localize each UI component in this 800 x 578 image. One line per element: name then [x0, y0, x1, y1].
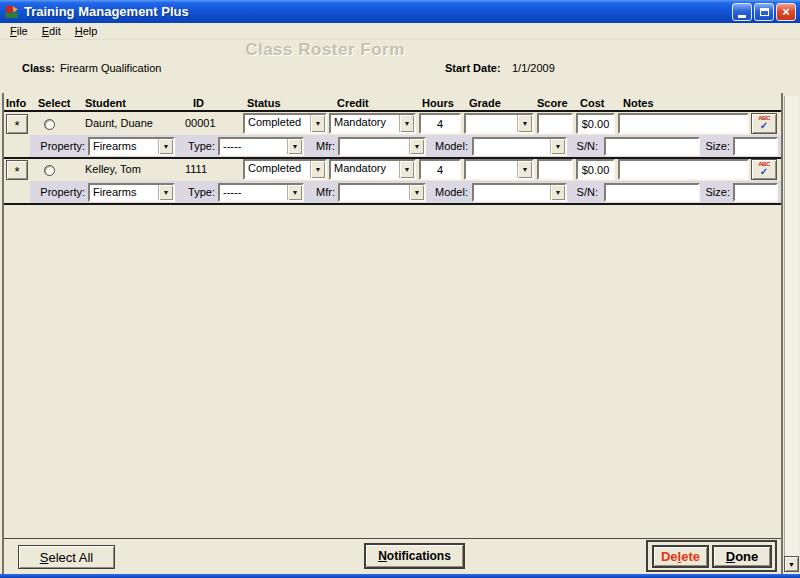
close-icon: ×: [782, 4, 790, 19]
model-combobox[interactable]: ▼: [472, 137, 567, 156]
dropdown-arrow-icon[interactable]: ▼: [158, 139, 173, 154]
dropdown-arrow-icon[interactable]: ▼: [517, 161, 532, 178]
status-combobox[interactable]: Completed ▼: [243, 159, 327, 180]
model-value: [474, 139, 550, 154]
score-input[interactable]: [537, 159, 573, 180]
minimize-icon: [738, 15, 746, 18]
property-combobox[interactable]: Firearms ▼: [88, 137, 175, 156]
select-all-button[interactable]: Select All: [18, 545, 115, 569]
cost-input[interactable]: [576, 159, 615, 180]
dropdown-arrow-icon[interactable]: ▼: [158, 185, 173, 200]
window-bottom-border: [0, 574, 800, 578]
menu-item-edit[interactable]: Edit: [35, 24, 68, 38]
window-title: Training Management Plus: [24, 4, 730, 19]
cost-input[interactable]: [576, 113, 615, 134]
size-input[interactable]: [733, 183, 778, 202]
status-value: Completed: [245, 115, 310, 132]
mfr-combobox[interactable]: ▼: [338, 183, 426, 202]
class-value: Firearm Qualification: [60, 62, 161, 74]
mfr-label: Mfr:: [303, 140, 335, 152]
credit-combobox[interactable]: Mandatory ▼: [329, 159, 416, 180]
dropdown-arrow-icon[interactable]: ▼: [517, 115, 532, 132]
model-label: Model:: [428, 140, 468, 152]
panel-left-border: [2, 93, 4, 574]
scrollbar-track[interactable]: [784, 96, 799, 556]
delete-button[interactable]: Delete: [652, 545, 709, 568]
dropdown-arrow-icon[interactable]: ▼: [310, 115, 325, 132]
hours-input[interactable]: [419, 159, 461, 180]
menu-item-help[interactable]: Help: [68, 24, 105, 38]
dropdown-arrow-icon[interactable]: ▼: [550, 185, 565, 200]
notes-input[interactable]: [618, 159, 749, 180]
property-label: Property:: [28, 140, 85, 152]
column-header-score: Score: [537, 97, 568, 109]
sn-label: S/N:: [572, 186, 598, 198]
close-button[interactable]: ×: [776, 3, 796, 21]
start-date-value: 1/1/2009: [512, 62, 555, 74]
grade-combobox[interactable]: ▼: [464, 113, 534, 134]
mfr-label: Mfr:: [303, 186, 335, 198]
property-combobox[interactable]: Firearms ▼: [88, 183, 175, 202]
info-button[interactable]: *: [6, 114, 28, 134]
dropdown-arrow-icon[interactable]: ▼: [409, 185, 424, 200]
grade-combobox[interactable]: ▼: [464, 159, 534, 180]
mfr-combobox[interactable]: ▼: [338, 137, 426, 156]
property-label: Property:: [28, 186, 85, 198]
type-label: Type:: [183, 186, 215, 198]
menu-bar: File Edit Help: [0, 23, 800, 40]
row-separator: [4, 203, 781, 205]
title-bar: Training Management Plus ×: [0, 0, 800, 23]
notifications-button[interactable]: Notifications: [364, 543, 465, 569]
grade-value: [466, 161, 517, 178]
dropdown-arrow-icon[interactable]: ▼: [399, 161, 414, 178]
dropdown-arrow-icon[interactable]: ▼: [550, 139, 565, 154]
dropdown-arrow-icon[interactable]: ▼: [310, 161, 325, 178]
panel-right-border: [781, 93, 783, 574]
done-button[interactable]: Done: [712, 545, 772, 568]
student-name: Daunt, Duane: [85, 117, 153, 129]
application-window: Training Management Plus × File Edit Hel…: [0, 0, 800, 578]
dropdown-arrow-icon[interactable]: ▼: [287, 185, 302, 200]
score-input[interactable]: [537, 113, 573, 134]
dropdown-arrow-icon[interactable]: ▼: [399, 115, 414, 132]
minimize-button[interactable]: [732, 3, 752, 21]
info-button[interactable]: *: [6, 160, 28, 180]
header-separator: [4, 110, 781, 112]
type-combobox[interactable]: ----- ▼: [218, 183, 304, 202]
scroll-down-button[interactable]: ▼: [784, 556, 799, 572]
status-combobox[interactable]: Completed ▼: [243, 113, 327, 134]
column-header-id: ID: [193, 97, 204, 109]
scroll-down-icon: ▼: [788, 561, 795, 568]
grade-value: [466, 115, 517, 132]
model-combobox[interactable]: ▼: [472, 183, 567, 202]
checkmark-icon: ✓: [760, 121, 768, 131]
type-value: -----: [220, 185, 287, 200]
spellcheck-button[interactable]: ABC ✓: [751, 113, 777, 134]
sn-input[interactable]: [604, 137, 700, 156]
column-header-notes: Notes: [623, 97, 654, 109]
notes-input[interactable]: [618, 113, 749, 134]
column-header-select: Select: [38, 97, 70, 109]
start-date-label: Start Date:: [445, 62, 501, 74]
maximize-button[interactable]: [754, 3, 774, 21]
column-header-credit: Credit: [337, 97, 369, 109]
select-radio[interactable]: [44, 165, 55, 176]
type-combobox[interactable]: ----- ▼: [218, 137, 304, 156]
property-value: Firearms: [90, 185, 158, 200]
column-header-hours: Hours: [422, 97, 454, 109]
dropdown-arrow-icon[interactable]: ▼: [287, 139, 302, 154]
student-name: Kelley, Tom: [85, 163, 141, 175]
type-value: -----: [220, 139, 287, 154]
sn-input[interactable]: [604, 183, 700, 202]
size-input[interactable]: [733, 137, 778, 156]
checkmark-icon: ✓: [760, 167, 768, 177]
menu-item-file[interactable]: File: [3, 24, 35, 38]
column-header-student: Student: [85, 97, 126, 109]
status-value: Completed: [245, 161, 310, 178]
spellcheck-button[interactable]: ABC ✓: [751, 159, 777, 180]
hours-input[interactable]: [419, 113, 461, 134]
select-radio[interactable]: [44, 119, 55, 130]
sn-label: S/N:: [572, 140, 598, 152]
credit-combobox[interactable]: Mandatory ▼: [329, 113, 416, 134]
dropdown-arrow-icon[interactable]: ▼: [409, 139, 424, 154]
